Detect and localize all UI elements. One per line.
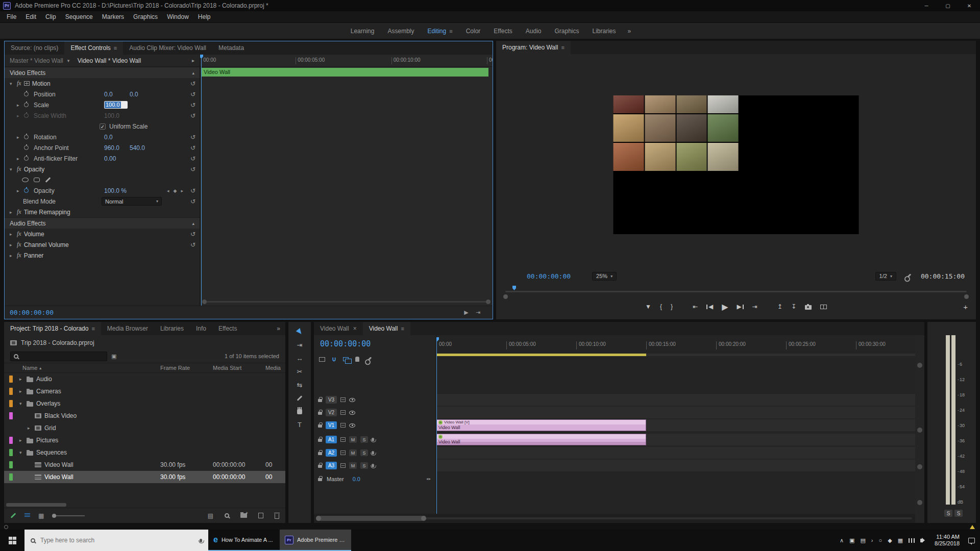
step-back-button[interactable]: ◀ (706, 303, 713, 310)
blend-mode-select[interactable]: Normal▾ (102, 197, 162, 206)
workspace-tab-color[interactable]: Color (459, 28, 487, 35)
go-to-in-button[interactable]: ⇤ (693, 303, 698, 310)
scrubber-track[interactable] (505, 291, 967, 292)
reset-param-icon[interactable]: ↺ (190, 91, 195, 98)
toggle-animation-icon[interactable] (24, 103, 29, 107)
timeline-clip-video[interactable]: fxVideo Wall [V] Video Wall (436, 419, 646, 431)
scrollbar-handle[interactable] (917, 500, 922, 505)
menu-help[interactable]: Help (193, 13, 215, 20)
taskbar-search-input[interactable] (39, 536, 195, 544)
search-options-icon[interactable]: ▣ (111, 353, 116, 360)
solo-track-button[interactable]: S (360, 449, 368, 456)
events-warning-icon[interactable] (970, 525, 975, 529)
effect-controls-tab-effect-controls[interactable]: Effect Controls≡ (64, 41, 123, 55)
button-editor-button[interactable]: + (963, 298, 968, 315)
horizontal-scrollbar[interactable] (6, 503, 66, 507)
project-item-audio[interactable]: ▸Audio (4, 373, 285, 385)
lock-track-icon[interactable] (318, 424, 322, 428)
track-target-v1[interactable]: V1 (326, 421, 337, 429)
security-shield-icon[interactable]: ◆ (888, 537, 892, 544)
value-field[interactable]: 0.0 (130, 91, 150, 98)
value-field[interactable]: 0.00 (104, 155, 125, 162)
value-field[interactable]: 960.0 (104, 144, 125, 152)
project-item-grid[interactable]: ▸Grid (4, 422, 285, 434)
comparison-view-button[interactable] (820, 305, 827, 309)
work-area-bar[interactable] (436, 354, 646, 356)
effects-section-audio-effects[interactable]: Audio Effects▴ (5, 217, 200, 229)
toggle-track-output-icon[interactable] (349, 398, 355, 402)
twirl-icon[interactable]: ▾ (19, 401, 27, 406)
mute-track-button[interactable]: M (349, 462, 357, 469)
collapse-section-icon[interactable]: ▴ (192, 70, 194, 76)
twirl-icon[interactable]: ▾ (10, 81, 16, 86)
add-marker-icon[interactable] (355, 357, 359, 362)
master-clip-label[interactable]: Master * Video Wall (10, 57, 63, 64)
uniform-scale-checkbox[interactable]: ✓ (100, 123, 106, 130)
solo-track-button[interactable]: S (360, 436, 368, 443)
timeline-tab-video-wall[interactable]: Video Wall× (314, 322, 363, 335)
track-target-a1[interactable]: A1 (326, 436, 337, 443)
twirl-icon[interactable]: ▾ (10, 167, 16, 172)
effect-timeline-clip[interactable]: Video Wall (201, 68, 488, 77)
project-tab-effects[interactable]: Effects (212, 322, 243, 335)
effect-timeline-ruler[interactable]: 00:0000:00:05:0000:00:10:0000:00:15:00 (200, 55, 493, 67)
scrollbar-handle[interactable] (917, 464, 922, 469)
project-tab-media-browser[interactable]: Media Browser (101, 322, 154, 335)
effect-controls-tab-metadata[interactable]: Metadata (212, 41, 250, 55)
search-box[interactable] (10, 352, 107, 361)
lock-track-icon[interactable] (318, 478, 322, 481)
pen-mask-icon[interactable] (45, 177, 51, 183)
scrollbar-handle[interactable] (486, 299, 491, 304)
reset-param-icon[interactable]: ↺ (190, 102, 195, 109)
collapse-section-icon[interactable]: ▴ (192, 221, 194, 226)
taskbar-app-how-to-animate-a[interactable]: eHow To Animate A ... (208, 530, 280, 551)
solo-track-button[interactable]: S (360, 462, 368, 469)
toggle-animation-icon[interactable] (24, 145, 29, 150)
razor-tool[interactable]: ✂ (293, 366, 306, 377)
keyframe-nav-icon[interactable]: ◂▸ (426, 477, 431, 481)
play-audio-icon[interactable]: ▶ (464, 309, 468, 316)
timeline-clip-audio[interactable]: fx Video Wall (436, 434, 646, 445)
mute-track-button[interactable]: M (349, 449, 357, 456)
playhead[interactable] (201, 55, 202, 306)
delete-icon[interactable] (275, 514, 279, 519)
toggle-animation-icon[interactable] (24, 135, 29, 139)
reset-param-icon[interactable]: ↺ (190, 155, 195, 162)
new-bin-icon[interactable] (240, 513, 247, 518)
project-file-row[interactable]: Trip 2018 - Colorado.prproj (4, 336, 285, 349)
twirl-icon[interactable]: ▸ (19, 377, 27, 382)
snap-icon[interactable]: ∪ (332, 356, 336, 363)
panel-menu-icon[interactable]: ≡ (114, 45, 117, 51)
menu-clip[interactable]: Clip (41, 13, 61, 20)
twirl-icon[interactable]: ▸ (17, 156, 23, 161)
track-target-v3[interactable]: V3 (326, 396, 337, 404)
vertical-scrollbar[interactable] (915, 335, 924, 514)
toggle-animation-icon[interactable] (24, 188, 29, 193)
sync-lock-icon[interactable] (340, 423, 346, 428)
timeline-tab-video-wall[interactable]: Video Wall≡ (363, 322, 410, 335)
effect-controls-timecode[interactable]: 00:00:00:00 (10, 309, 54, 316)
panel-menu-icon[interactable]: ≡ (449, 28, 452, 34)
lift-button[interactable]: ↥ (777, 303, 782, 310)
hidden-icons-chevron[interactable]: ∧ (840, 537, 844, 544)
twirl-icon[interactable]: ▸ (28, 425, 35, 431)
toggle-animation-icon[interactable] (24, 92, 29, 96)
volume-icon[interactable] (920, 539, 926, 542)
close-button[interactable]: ✕ (959, 0, 980, 11)
project-search-input[interactable] (21, 353, 104, 360)
minimize-button[interactable]: ─ (916, 0, 937, 11)
taskbar-app-adobe-premiere-pr[interactable]: PrAdobe Premiere Pr... (280, 530, 351, 551)
export-frame-button[interactable] (805, 304, 812, 310)
column-media-end[interactable]: Media (265, 365, 281, 371)
zoom-scrollbar-pill[interactable] (316, 516, 426, 521)
network-icon[interactable] (909, 538, 915, 543)
horizontal-scrollbar[interactable] (314, 514, 915, 523)
value-edit-field[interactable]: 100.0 (104, 101, 128, 109)
lock-track-icon[interactable] (318, 465, 322, 468)
program-monitor-tab[interactable]: Program: Video Wall ≡ (496, 41, 571, 54)
sync-lock-icon[interactable] (340, 410, 346, 415)
play-button[interactable]: ▶ (722, 302, 728, 312)
menu-file[interactable]: File (2, 13, 21, 20)
timeline-settings-icon[interactable] (366, 359, 372, 360)
lock-track-icon[interactable] (318, 439, 322, 442)
